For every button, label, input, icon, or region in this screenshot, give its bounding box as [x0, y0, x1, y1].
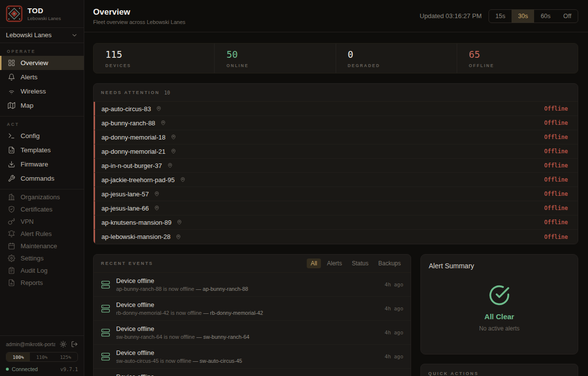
recent-events-panel: RECENT EVENTS All Alerts Status Backups	[93, 254, 411, 376]
sidebar-item-label: Reports	[21, 279, 43, 286]
stat-online-label: ONLINE	[226, 63, 323, 68]
tab-backups[interactable]: Backups	[374, 258, 405, 268]
event-title: Device offline	[116, 373, 379, 376]
event-device: — ap-bunny-ranch-88	[196, 286, 248, 292]
sidebar-item-reports[interactable]: Reports	[0, 277, 84, 289]
sidebar-item-settings[interactable]: Settings	[0, 252, 84, 264]
attention-row[interactable]: ap-jesus-lane-66 Offline	[94, 201, 578, 215]
event-list: Device offline ap-bunny-ranch-88 is now …	[94, 273, 411, 376]
divider	[0, 189, 84, 189]
refresh-15s-button[interactable]: 15s	[489, 10, 512, 23]
event-device: — rb-donny-memorial-42	[203, 310, 263, 316]
tab-alerts[interactable]: Alerts	[323, 258, 346, 268]
sidebar-item-templates[interactable]: Templates	[0, 143, 84, 157]
file-chart-icon	[8, 279, 15, 286]
clipboard-icon	[8, 267, 15, 274]
sidebar-item-config[interactable]: Config	[0, 129, 84, 143]
event-row[interactable]: Device offline ap-bunny-ranch-88 is now …	[94, 273, 411, 297]
event-detail: ap-bunny-ranch-88 is now offline	[116, 286, 194, 292]
sidebar-item-certificates[interactable]: Certificates	[0, 203, 84, 215]
stat-devices: 115 DEVICES	[94, 44, 214, 73]
attention-row[interactable]: ap-in-n-out-burger-37 Offline	[94, 159, 578, 173]
sidebar-item-label: Templates	[21, 146, 51, 154]
sidebar-item-map[interactable]: Map	[0, 98, 84, 113]
sidebar-nav: OPERATE Overview Alerts Wireless Map ACT	[0, 43, 84, 335]
device-name: ap-lebowski-mansion-28	[101, 233, 171, 240]
attention-row[interactable]: ap-jackie-treehorn-pad-95 Offline	[94, 173, 578, 187]
sidebar-item-organizations[interactable]: Organizations	[0, 191, 84, 203]
sidebar-item-label: Wireless	[21, 88, 46, 95]
content-area: 115 DEVICES 50 ONLINE 0 DEGRADED 65 OFFL…	[84, 32, 588, 376]
zoom-110-button[interactable]: 110%	[30, 352, 53, 361]
event-row[interactable]: Device offline sw-bunny-ranch-64 is now …	[94, 321, 411, 345]
tab-all[interactable]: All	[307, 258, 321, 268]
recent-events-title: RECENT EVENTS	[101, 261, 153, 266]
attention-row[interactable]: ap-bunny-ranch-88 Offline	[94, 116, 578, 130]
event-row[interactable]: Device offline sw-auto-circus-45 is now …	[94, 345, 411, 369]
sidebar-item-label: Settings	[21, 255, 44, 262]
event-title: Device offline	[116, 277, 379, 284]
map-pin-icon	[167, 163, 173, 168]
quick-actions-title: QUICK ACTIONS	[428, 371, 479, 376]
status-badge: Offline	[544, 234, 568, 240]
refresh-off-button[interactable]: Off	[557, 10, 578, 23]
section-label-operate: OPERATE	[0, 45, 84, 56]
event-timestamp: 4h ago	[385, 353, 403, 359]
org-selector-label: Lebowski Lanes	[6, 31, 51, 39]
refresh-60s-button[interactable]: 60s	[534, 10, 557, 23]
attention-row[interactable]: ap-jesus-lane-57 Offline	[94, 187, 578, 201]
sidebar-item-alert-rules[interactable]: Alert Rules	[0, 228, 84, 240]
alert-summary-detail: No active alerts	[479, 325, 520, 332]
app-version: v9.7.1	[60, 367, 78, 372]
logout-icon[interactable]	[71, 341, 78, 348]
server-icon	[101, 304, 110, 313]
event-detail: sw-bunny-ranch-64 is now offline	[116, 334, 195, 340]
sidebar-item-label: Overview	[21, 59, 48, 67]
sun-icon[interactable]	[60, 341, 67, 348]
event-timestamp: 4h ago	[385, 282, 403, 287]
file-code-icon	[8, 146, 15, 154]
grid-icon	[8, 59, 15, 67]
sidebar-item-overview[interactable]: Overview	[0, 56, 84, 70]
fleet-stats-bar: 115 DEVICES 50 ONLINE 0 DEGRADED 65 OFFL…	[93, 43, 578, 73]
sidebar-item-audit-log[interactable]: Audit Log	[0, 264, 84, 277]
sidebar-item-wireless[interactable]: Wireless	[0, 84, 84, 98]
attention-row[interactable]: ap-knutsens-mansion-89 Offline	[94, 215, 578, 230]
sidebar: TOD Lebowski Lanes Lebowski Lanes OPERAT…	[0, 0, 84, 376]
sidebar-item-commands[interactable]: Commands	[0, 171, 84, 186]
attention-row[interactable]: ap-auto-circus-83 Offline	[94, 102, 578, 116]
zoom-125-button[interactable]: 125%	[54, 352, 77, 361]
map-pin-icon	[171, 134, 176, 140]
attention-row[interactable]: ap-lebowski-mansion-28 Offline	[94, 230, 578, 244]
event-title: Device offline	[116, 301, 379, 308]
sidebar-item-label: Organizations	[21, 193, 60, 201]
page-header: Overview Fleet overview across Lebowski …	[84, 0, 588, 32]
stat-offline-label: OFFLINE	[469, 63, 566, 68]
stat-devices-value: 115	[105, 49, 202, 60]
sidebar-item-vpn[interactable]: VPN	[0, 215, 84, 228]
app-logo-icon	[6, 5, 23, 22]
device-name: ap-jesus-lane-57	[101, 190, 149, 198]
sidebar-item-maintenance[interactable]: Maintenance	[0, 240, 84, 252]
status-badge: Offline	[544, 105, 568, 112]
device-name: ap-jackie-treehorn-pad-95	[101, 176, 175, 184]
needs-attention-panel: NEEDS ATTENTION 10 ap-auto-circus-83 Off…	[93, 83, 578, 244]
event-row[interactable]: Device offline rb-donny-memorial-42 is n…	[94, 297, 411, 321]
wrench-icon	[8, 175, 15, 182]
needs-attention-title: NEEDS ATTENTION	[101, 90, 160, 95]
attention-row[interactable]: ap-donny-memorial-18 Offline	[94, 130, 578, 144]
bottom-grid: RECENT EVENTS All Alerts Status Backups	[93, 254, 578, 376]
event-row[interactable]: Device offline cpe-in-n-out-burger-1 is …	[94, 369, 411, 376]
device-name: ap-in-n-out-burger-37	[101, 162, 162, 169]
quick-actions-panel: QUICK ACTIONS	[420, 364, 578, 376]
org-selector[interactable]: Lebowski Lanes	[0, 28, 84, 43]
tab-status[interactable]: Status	[348, 258, 372, 268]
page-title: Overview	[93, 7, 185, 17]
sidebar-item-alerts[interactable]: Alerts	[0, 70, 84, 84]
attention-row[interactable]: ap-donny-memorial-21 Offline	[94, 144, 578, 159]
sidebar-item-firmware[interactable]: Firmware	[0, 157, 84, 171]
refresh-30s-button[interactable]: 30s	[512, 10, 534, 23]
status-badge: Offline	[544, 205, 568, 212]
zoom-100-button[interactable]: 100%	[6, 352, 30, 361]
building-icon	[8, 193, 15, 201]
